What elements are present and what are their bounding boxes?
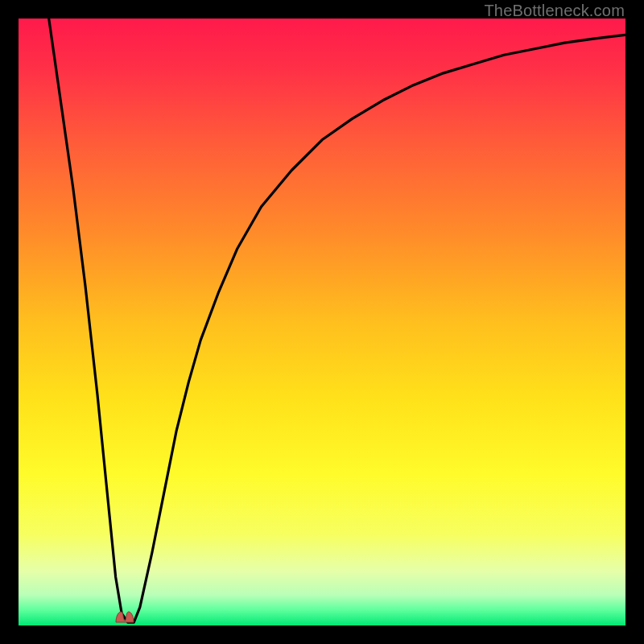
optimal-point-marker xyxy=(113,605,137,624)
chart-frame: TheBottleneck.com xyxy=(0,0,644,644)
plot-area xyxy=(19,19,625,625)
watermark-text: TheBottleneck.com xyxy=(484,2,625,20)
bottleneck-curve xyxy=(19,19,625,625)
